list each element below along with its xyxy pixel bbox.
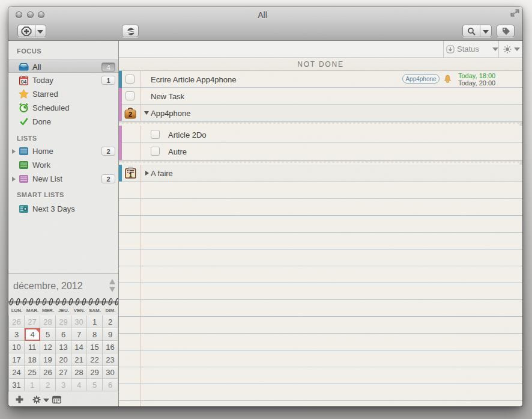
svg-text:1: 1 [129,171,133,179]
svg-text:2: 2 [128,111,132,118]
svg-text:04: 04 [21,79,27,85]
